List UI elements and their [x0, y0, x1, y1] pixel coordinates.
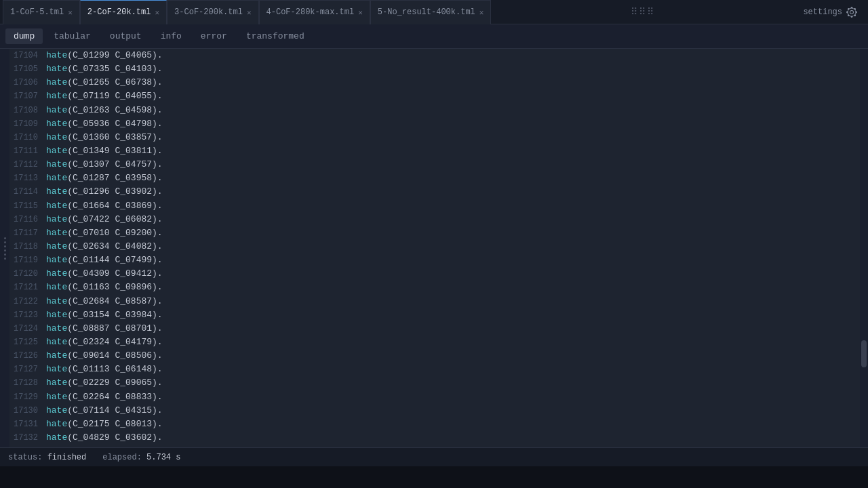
line-number: 17127: [12, 363, 46, 376]
line-number: 17119: [12, 254, 46, 267]
keyword: hate: [46, 364, 67, 374]
line-number: 17114: [12, 186, 46, 199]
tab-transformed[interactable]: transformed: [238, 28, 313, 44]
tab-2-close[interactable]: ✕: [155, 8, 159, 17]
line-content: hate(C_07119 C_04055).: [46, 89, 163, 103]
keyword: hate: [46, 432, 67, 443]
line-content: hate(C_04829 C_03602).: [46, 431, 163, 445]
tab-1-label: 1-CoF-5.tml: [10, 7, 64, 17]
table-row: 17123 hate(C_03154 C_03984).: [9, 308, 860, 322]
keyword: hate: [46, 268, 67, 279]
table-row: 17125 hate(C_02324 C_04179).: [9, 336, 860, 349]
keyword: hate: [46, 282, 67, 292]
table-row: 17129 hate(C_02264 C_08833).: [9, 390, 860, 404]
gutter-dots: [4, 237, 6, 260]
keyword: hate: [46, 119, 67, 129]
line-content: hate(C_03154 C_03984).: [46, 308, 163, 322]
line-content: hate(C_09014 C_08506).: [46, 349, 163, 363]
line-number: 17112: [12, 159, 46, 171]
line-number: 17106: [12, 77, 46, 89]
keyword: hate: [46, 241, 67, 251]
tab-5[interactable]: 5-No_result-400k.tml ✕: [370, 0, 492, 24]
line-content: hate(C_02684 C_08587).: [46, 295, 163, 308]
line-number: 17131: [12, 418, 46, 431]
settings-button[interactable]: settings: [795, 0, 865, 24]
keyword: hate: [46, 323, 67, 333]
tab-info[interactable]: info: [153, 28, 190, 44]
tab-1-close[interactable]: ✕: [68, 8, 73, 17]
line-content: hate(C_01265 C_06738).: [46, 76, 163, 89]
line-number: 17122: [12, 296, 46, 308]
tab-4-label: 4-CoF-280k-max.tml: [267, 7, 355, 17]
line-content: hate(C_01360 C_03857).: [46, 131, 163, 144]
code-view[interactable]: 17104 hate(C_01299 C_04065). 17105 hate(…: [9, 49, 860, 447]
table-row: 17113 hate(C_01287 C_03958).: [9, 171, 860, 185]
tab-5-close[interactable]: ✕: [479, 8, 484, 17]
table-row: 17127 hate(C_01113 C_06148).: [9, 363, 860, 376]
line-content: hate(C_01307 C_04757).: [46, 158, 163, 171]
keyword: hate: [46, 255, 67, 265]
keyword: hate: [46, 337, 67, 347]
table-row: 17131 hate(C_02175 C_08013).: [9, 418, 860, 431]
line-content: hate(C_04309 C_09412).: [46, 267, 163, 281]
tab-tabular[interactable]: tabular: [45, 28, 99, 44]
line-content: hate(C_02175 C_08013).: [46, 418, 163, 431]
table-row: 17109 hate(C_05936 C_04798).: [9, 117, 860, 131]
scrollbar[interactable]: [860, 49, 868, 447]
line-content: hate(C_01299 C_04065).: [46, 49, 163, 62]
tab-error[interactable]: error: [193, 28, 235, 44]
keyword: hate: [46, 173, 67, 183]
line-number: 17105: [12, 63, 46, 76]
line-content: hate(C_03640 C_06900).: [46, 445, 163, 447]
line-number: 17133: [12, 445, 46, 447]
table-row: 17126 hate(C_09014 C_08506).: [9, 349, 860, 363]
tab-4[interactable]: 4-CoF-280k-max.tml ✕: [259, 0, 370, 24]
line-number: 17113: [12, 172, 46, 185]
tab-5-label: 5-No_result-400k.tml: [378, 7, 475, 17]
tab-3-close[interactable]: ✕: [247, 8, 252, 17]
drag-handle: ⠿⠿⠿: [491, 6, 795, 18]
table-row: 17132 hate(C_04829 C_03602).: [9, 431, 860, 445]
table-row: 17122 hate(C_02684 C_08587).: [9, 295, 860, 308]
keyword: hate: [46, 419, 67, 429]
keyword: hate: [46, 405, 67, 415]
line-content: hate(C_01144 C_07499).: [46, 253, 163, 267]
scrollbar-thumb[interactable]: [861, 340, 867, 367]
keyword: hate: [46, 146, 67, 156]
keyword: hate: [46, 446, 67, 447]
table-row: 17130 hate(C_07114 C_04315).: [9, 404, 860, 418]
table-row: 17107 hate(C_07119 C_04055).: [9, 89, 860, 103]
tab-output[interactable]: output: [102, 28, 150, 44]
left-gutter[interactable]: [0, 49, 9, 447]
table-row: 17111 hate(C_01349 C_03811).: [9, 144, 860, 158]
tab-2[interactable]: 2-CoF-20k.tml ✕: [80, 0, 167, 24]
line-content: hate(C_07422 C_06082).: [46, 213, 163, 226]
line-content: hate(C_05936 C_04798).: [46, 117, 163, 131]
table-row: 17108 hate(C_01263 C_04598).: [9, 104, 860, 117]
line-content: hate(C_01664 C_03869).: [46, 199, 163, 213]
table-row: 17120 hate(C_04309 C_09412).: [9, 267, 860, 281]
line-number: 17104: [12, 49, 46, 62]
keyword: hate: [46, 91, 67, 101]
keyword: hate: [46, 228, 67, 238]
line-number: 17107: [12, 90, 46, 103]
keyword: hate: [46, 310, 67, 320]
line-number: 17116: [12, 214, 46, 226]
table-row: 17105 hate(C_07335 C_04103).: [9, 62, 860, 76]
line-number: 17124: [12, 323, 46, 336]
status-key: status: finished: [8, 453, 86, 462]
tab-1[interactable]: 1-CoF-5.tml ✕: [3, 0, 80, 24]
keyword: hate: [46, 77, 67, 87]
tab-3-label: 3-CoF-200k.tml: [174, 7, 243, 17]
keyword: hate: [46, 378, 67, 388]
table-row: 17104 hate(C_01299 C_04065).: [9, 49, 860, 62]
table-row: 17116 hate(C_07422 C_06082).: [9, 213, 860, 226]
elapsed-value: 5.734 s: [146, 453, 180, 462]
line-number: 17126: [12, 350, 46, 363]
line-number: 17109: [12, 118, 46, 131]
tab-4-close[interactable]: ✕: [358, 8, 363, 17]
line-content: hate(C_01349 C_03811).: [46, 144, 163, 158]
tab-3[interactable]: 3-CoF-200k.tml ✕: [167, 0, 258, 24]
line-number: 17123: [12, 309, 46, 322]
tab-dump[interactable]: dump: [5, 28, 43, 44]
